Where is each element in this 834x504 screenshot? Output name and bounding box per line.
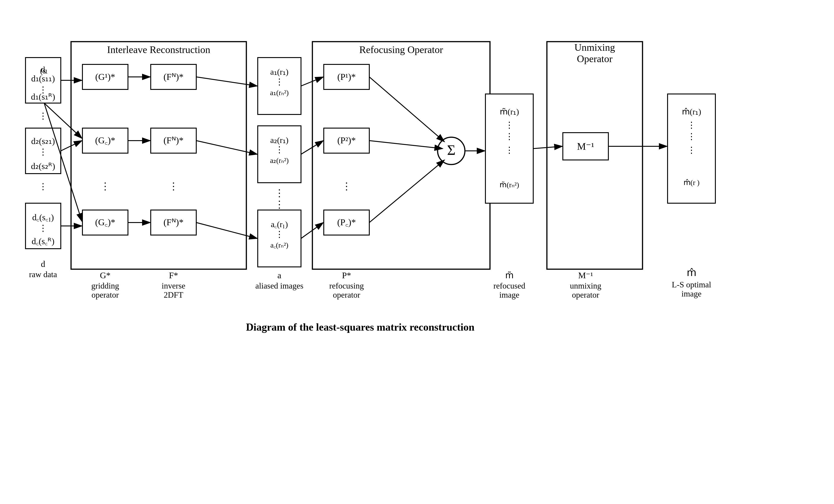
svg-text:a: a — [277, 271, 281, 280]
svg-line-65 — [196, 223, 257, 238]
svg-text:⋮: ⋮ — [275, 199, 284, 210]
svg-text:m̂(r₁): m̂(r₁) — [682, 107, 701, 116]
svg-text:a₁(r₁): a₁(r₁) — [270, 67, 288, 76]
svg-text:refocused: refocused — [493, 281, 525, 290]
svg-text:P*: P* — [342, 271, 351, 280]
caption-text: Diagram of the least-squares matrix reco… — [246, 321, 475, 333]
svg-text:Operator: Operator — [577, 53, 612, 64]
svg-text:d₂(s₂ᴿ): d₂(s₂ᴿ) — [31, 161, 55, 171]
svg-text:⋮: ⋮ — [39, 147, 47, 157]
svg-line-85 — [369, 77, 444, 142]
svg-text:M⁻¹: M⁻¹ — [578, 271, 593, 280]
svg-text:(Fᴺ)*: (Fᴺ)* — [163, 72, 183, 82]
svg-text:⋮: ⋮ — [687, 145, 696, 155]
svg-text:L-S optimal: L-S optimal — [672, 280, 711, 289]
svg-text:m̃(rₙ²): m̃(rₙ²) — [500, 181, 519, 189]
svg-text:(P¹)*: (P¹)* — [337, 72, 356, 82]
svg-text:Σ: Σ — [447, 142, 455, 158]
svg-text:operator: operator — [572, 290, 599, 299]
svg-text:⋮: ⋮ — [275, 77, 284, 87]
svg-line-103 — [533, 146, 563, 148]
svg-line-86 — [369, 141, 443, 148]
svg-text:⋮: ⋮ — [275, 145, 284, 155]
svg-text:d₂(s₂₁): d₂(s₂₁) — [31, 136, 54, 146]
svg-text:m̃: m̃ — [505, 271, 513, 280]
svg-text:⋮: ⋮ — [275, 230, 284, 239]
svg-line-64 — [196, 141, 257, 154]
svg-text:operator: operator — [333, 290, 360, 299]
svg-text:m̃(r₁): m̃(r₁) — [500, 107, 519, 116]
svg-text:⋮: ⋮ — [687, 132, 696, 141]
svg-text:a₂(r₁): a₂(r₁) — [270, 136, 288, 145]
svg-text:2DFT: 2DFT — [163, 290, 183, 299]
svg-text:m̂: m̂ — [686, 267, 696, 278]
svg-text:d꜀(s꜀ᴿ): d꜀(s꜀ᴿ) — [31, 236, 54, 246]
svg-text:refocusing: refocusing — [329, 281, 364, 290]
svg-text:⋮: ⋮ — [39, 111, 47, 121]
svg-text:Refocusing Operator: Refocusing Operator — [359, 44, 443, 55]
svg-text:a₁(rₙ²): a₁(rₙ²) — [270, 89, 289, 97]
svg-text:raw data: raw data — [29, 270, 57, 279]
svg-text:(Fᴺ)*: (Fᴺ)* — [163, 217, 183, 227]
svg-text:d₁(s₁ᴿ): d₁(s₁ᴿ) — [31, 92, 55, 102]
svg-text:(G꜀)*: (G꜀)* — [95, 135, 115, 145]
svg-text:image: image — [499, 290, 519, 299]
svg-text:Interleave Reconstruction: Interleave Reconstruction — [107, 44, 210, 55]
svg-line-87 — [369, 160, 444, 223]
svg-text:⋮: ⋮ — [505, 132, 514, 141]
svg-text:gridding: gridding — [91, 281, 119, 290]
svg-text:m̂(r ): m̂(r ) — [683, 178, 699, 187]
svg-text:⋮: ⋮ — [275, 187, 284, 199]
svg-text:⋮: ⋮ — [169, 181, 178, 192]
svg-text:(P꜀)*: (P꜀)* — [337, 217, 356, 227]
svg-text:⋮: ⋮ — [39, 224, 47, 233]
svg-text:a꜀(r₁): a꜀(r₁) — [271, 220, 288, 229]
svg-text:M⁻¹: M⁻¹ — [577, 141, 594, 152]
svg-text:d꜀(s꜀₁): d꜀(s꜀₁) — [32, 212, 54, 222]
svg-text:G*: G* — [100, 271, 110, 280]
svg-text:⋮: ⋮ — [687, 120, 696, 130]
svg-line-63 — [196, 77, 257, 86]
svg-text:⋮: ⋮ — [342, 181, 352, 192]
svg-text:(G¹)*: (G¹)* — [95, 72, 115, 82]
svg-text:⋮: ⋮ — [39, 182, 47, 191]
svg-text:⋮: ⋮ — [505, 120, 514, 130]
svg-text:aliased images: aliased images — [255, 281, 303, 290]
svg-text:image: image — [681, 289, 702, 298]
svg-text:(G꜀)*: (G꜀)* — [95, 217, 115, 227]
svg-text:(Fᴺ)*: (Fᴺ)* — [163, 135, 183, 145]
svg-text:unmixing: unmixing — [570, 281, 601, 290]
svg-text:a₂(rₙ²): a₂(rₙ²) — [270, 156, 289, 164]
svg-text:⋮: ⋮ — [100, 181, 110, 192]
svg-text:a꜀(rₙ²): a꜀(rₙ²) — [270, 241, 288, 249]
svg-text:Unmixing: Unmixing — [574, 42, 615, 53]
svg-text:inverse: inverse — [162, 281, 185, 290]
svg-text:d₁(s₁₁): d₁(s₁₁) — [31, 74, 54, 84]
svg-text:(P²)*: (P²)* — [337, 135, 356, 145]
svg-text:F*: F* — [169, 271, 178, 280]
svg-text:d: d — [41, 259, 45, 269]
svg-text:⋮: ⋮ — [505, 145, 514, 155]
svg-text:operator: operator — [91, 290, 119, 299]
diagram-container: d 1 (s d₁(s₁₁) ⋮ d₁(s₁ᴿ) d₂(s₂₁) ⋮ d₂(s₂… — [19, 25, 816, 480]
